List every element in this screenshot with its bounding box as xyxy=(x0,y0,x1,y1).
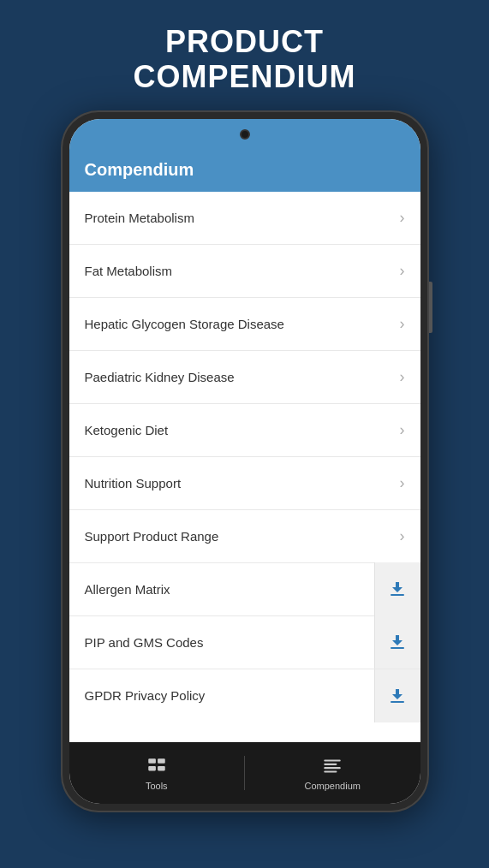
download-area xyxy=(374,669,420,722)
nav-item-tools-label: Tools xyxy=(146,781,168,791)
svg-rect-8 xyxy=(325,764,337,765)
svg-rect-6 xyxy=(158,766,165,770)
nav-item-tools[interactable]: Tools xyxy=(69,755,245,791)
nav-item-compendium[interactable]: Compendium xyxy=(245,755,420,791)
notch-bar xyxy=(69,119,420,150)
camera-notch xyxy=(240,129,250,140)
page-title: PRODUCT COMPENDIUM xyxy=(134,24,356,95)
phone-frame: Compendium Protein Metabolism › Fat Meta… xyxy=(61,110,429,812)
nav-item-compendium-label: Compendium xyxy=(305,781,361,791)
app-header-title: Compendium xyxy=(85,160,405,180)
download-area xyxy=(374,615,420,669)
menu-item-fat-metabolism[interactable]: Fat Metabolism › xyxy=(69,245,420,298)
tools-icon xyxy=(146,755,168,777)
svg-rect-0 xyxy=(391,594,404,596)
menu-item-label: Fat Metabolism xyxy=(85,264,173,278)
menu-item-paediatric-kidney[interactable]: Paediatric Kidney Disease › xyxy=(69,351,420,404)
chevron-right-icon: › xyxy=(400,262,405,280)
chevron-right-icon: › xyxy=(400,421,405,439)
svg-rect-3 xyxy=(148,758,156,763)
menu-item-ketogenic-diet[interactable]: Ketogenic Diet › xyxy=(69,404,420,457)
side-button xyxy=(429,282,432,333)
app-content: Protein Metabolism › Fat Metabolism › He… xyxy=(69,192,420,742)
svg-rect-9 xyxy=(325,767,342,769)
svg-rect-4 xyxy=(158,758,165,763)
svg-rect-7 xyxy=(325,759,342,761)
compendium-icon xyxy=(321,755,343,777)
chevron-right-icon: › xyxy=(400,474,405,492)
download-icon xyxy=(387,632,408,652)
menu-item-label: Support Product Range xyxy=(85,529,219,544)
chevron-right-icon: › xyxy=(400,527,405,545)
menu-item-protein-metabolism[interactable]: Protein Metabolism › xyxy=(69,192,420,245)
chevron-right-icon: › xyxy=(400,315,405,333)
menu-item-label: Protein Metabolism xyxy=(85,211,194,225)
chevron-right-icon: › xyxy=(400,209,405,227)
menu-item-label: GPDR Privacy Policy xyxy=(85,688,206,703)
download-area xyxy=(374,562,420,615)
menu-item-label: PIP and GMS Codes xyxy=(85,635,204,650)
menu-item-nutrition-support[interactable]: Nutrition Support › xyxy=(69,457,420,510)
menu-list: Protein Metabolism › Fat Metabolism › He… xyxy=(69,192,420,742)
menu-item-allergen-matrix[interactable]: Allergen Matrix xyxy=(69,563,420,616)
chevron-right-icon: › xyxy=(400,368,405,386)
svg-rect-1 xyxy=(391,647,404,649)
menu-item-label: Paediatric Kidney Disease xyxy=(85,370,235,384)
app-header: Compendium xyxy=(69,150,420,192)
bottom-nav: Tools Compendium xyxy=(69,742,420,804)
menu-item-label: Allergen Matrix xyxy=(85,582,170,597)
menu-item-label: Ketogenic Diet xyxy=(85,423,169,437)
menu-item-hepatic-glycogen[interactable]: Hepatic Glycogen Storage Disease › xyxy=(69,298,420,351)
download-icon xyxy=(387,579,408,599)
download-icon xyxy=(387,686,408,706)
svg-rect-10 xyxy=(325,770,337,772)
menu-item-support-product-range[interactable]: Support Product Range › xyxy=(69,510,420,563)
menu-item-gpdr-privacy[interactable]: GPDR Privacy Policy xyxy=(69,669,420,722)
menu-item-label: Hepatic Glycogen Storage Disease xyxy=(85,317,284,331)
menu-item-label: Nutrition Support xyxy=(85,476,182,490)
svg-rect-5 xyxy=(148,766,156,770)
menu-item-pip-gms-codes[interactable]: PIP and GMS Codes xyxy=(69,616,420,669)
svg-rect-2 xyxy=(391,701,404,703)
phone-screen: Compendium Protein Metabolism › Fat Meta… xyxy=(69,119,420,804)
